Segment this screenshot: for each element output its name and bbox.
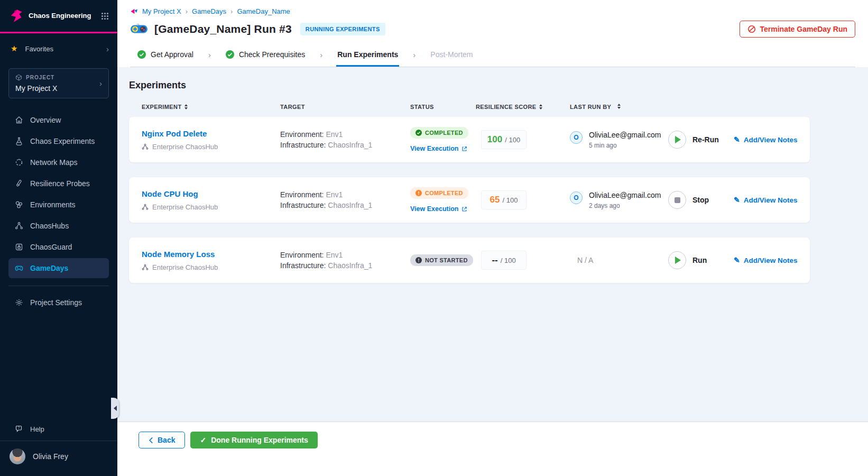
infrastructure-label: Infrastructure: xyxy=(280,201,326,209)
sidebar-divider xyxy=(8,286,109,286)
action-label[interactable]: Re-Run xyxy=(692,135,719,144)
sidebar-item-environments[interactable]: Environments xyxy=(8,195,109,215)
network-map-icon xyxy=(15,158,23,167)
breadcrumb-separator: › xyxy=(186,7,188,15)
run-button[interactable] xyxy=(668,251,686,269)
pencil-icon: ✎ xyxy=(734,135,740,144)
sidebar-favorites[interactable]: ★ Favorites › xyxy=(0,33,117,61)
view-execution-link[interactable]: View Execution xyxy=(410,145,476,152)
sidebar-header: Chaos Engineering xyxy=(0,0,117,33)
sidebar-item-label: ChaosHubs xyxy=(30,222,69,230)
status-badge: COMPLETED xyxy=(410,127,468,139)
action-label[interactable]: Stop xyxy=(692,196,709,204)
sidebar-item-label: ChaosGuard xyxy=(30,243,72,251)
app-grid-icon[interactable] xyxy=(101,12,109,20)
title-row: [GameDay_Name] Run #3 RUNNING EXPERIMENT… xyxy=(130,21,855,38)
sidebar-item-label: GameDays xyxy=(30,264,68,272)
infrastructure-label: Infrastructure: xyxy=(280,141,326,149)
page-header: My Project X › GameDays › GameDay_Name [… xyxy=(117,0,868,67)
rerun-button[interactable] xyxy=(668,131,686,149)
sort-icon[interactable] xyxy=(539,104,542,109)
infrastructure-value: ChaosInfra_1 xyxy=(328,261,372,270)
environment-label: Environment: xyxy=(280,251,324,259)
column-header-resilience-score[interactable]: RESILIENCE SCORE xyxy=(476,104,565,110)
check-circle-icon xyxy=(226,50,234,59)
play-icon xyxy=(675,257,681,264)
status-badge: COMPLETED xyxy=(410,187,468,199)
add-view-notes-link[interactable]: ✎ Add/View Notes xyxy=(734,135,810,144)
gamepad-icon xyxy=(15,264,23,272)
chevron-right-icon: › xyxy=(320,50,322,59)
experiment-name-link[interactable]: Node Memory Loss xyxy=(142,250,280,259)
chevron-right-icon: › xyxy=(413,50,415,59)
sidebar-item-network-maps[interactable]: Network Maps xyxy=(8,152,109,172)
infrastructure-label: Infrastructure: xyxy=(280,261,326,270)
user-profile[interactable]: Olivia Frey xyxy=(0,441,117,476)
add-view-notes-link[interactable]: ✎ Add/View Notes xyxy=(734,196,810,204)
runby-avatar: O xyxy=(570,191,583,204)
environment-label: Environment: xyxy=(280,190,324,199)
sidebar-item-label: Chaos Experiments xyxy=(30,137,95,145)
sort-icon[interactable] xyxy=(184,104,188,109)
sidebar-item-chaoshubs[interactable]: ChaosHubs xyxy=(8,216,109,236)
view-execution-link[interactable]: View Execution xyxy=(410,205,476,213)
terminate-gameday-button[interactable]: Terminate GameDay Run xyxy=(740,21,855,38)
chevron-right-icon: › xyxy=(99,79,102,87)
experiment-row[interactable]: Node Memory Loss Enterprise ChaosHub Env… xyxy=(129,237,810,283)
column-header-target: TARGET xyxy=(280,104,399,110)
environments-icon xyxy=(15,200,23,209)
step-run-experiments[interactable]: Run Experiments xyxy=(336,43,399,67)
experiment-name-link[interactable]: Nginx Pod Delete xyxy=(142,129,280,138)
step-post-mortem[interactable]: Post-Mortem xyxy=(429,43,474,67)
external-link-icon xyxy=(461,206,467,212)
sidebar-item-project-settings[interactable]: Project Settings xyxy=(8,292,109,313)
breadcrumb-link-project[interactable]: My Project X xyxy=(142,7,181,15)
sort-icon[interactable] xyxy=(617,104,621,109)
chaoshub-icon xyxy=(142,264,149,271)
action-label[interactable]: Run xyxy=(692,256,707,264)
column-header-status: STATUS xyxy=(399,104,476,110)
sidebar-item-gamedays[interactable]: GameDays xyxy=(8,258,109,278)
sidebar-item-label: Environments xyxy=(30,200,76,209)
score-value: 65 xyxy=(490,195,500,205)
runby-na: N / A xyxy=(570,256,593,264)
gear-icon xyxy=(15,298,23,307)
breadcrumb-link-gameday-name[interactable]: GameDay_Name xyxy=(237,7,290,15)
user-avatar xyxy=(10,448,25,464)
sidebar-help[interactable]: ? Help xyxy=(0,417,117,441)
column-header-last-run-by[interactable]: LAST RUN BY xyxy=(565,104,668,110)
step-get-approval[interactable]: Get Approval xyxy=(136,43,195,67)
back-button[interactable]: Back xyxy=(138,432,185,448)
sidebar-item-chaosguard[interactable]: ChaosGuard xyxy=(8,237,109,257)
check-circle-icon xyxy=(415,130,422,136)
breadcrumb-link-gamedays[interactable]: GameDays xyxy=(192,7,226,15)
table-header: EXPERIMENT TARGET STATUS RESILIENCE SCOR… xyxy=(129,104,810,110)
project-selector[interactable]: PROJECT My Project X › xyxy=(8,68,109,98)
add-view-notes-link[interactable]: ✎ Add/View Notes xyxy=(734,256,810,264)
chaos-engineering-logo-icon xyxy=(8,8,23,23)
experiment-row[interactable]: Node CPU Hog Enterprise ChaosHub Environ… xyxy=(129,177,810,223)
step-check-prerequisites[interactable]: Check Prerequisites xyxy=(225,43,306,67)
runby-email: OliviaLee@gmail.com xyxy=(589,191,661,199)
sidebar-item-overview[interactable]: Overview xyxy=(8,110,109,130)
star-icon: ★ xyxy=(11,44,17,53)
cube-icon xyxy=(15,74,22,81)
chevron-left-icon xyxy=(149,437,153,444)
environment-value: Env1 xyxy=(326,130,343,139)
sidebar-collapse-handle[interactable] xyxy=(111,398,119,419)
user-name: Olivia Frey xyxy=(33,452,68,461)
lock-shield-icon xyxy=(15,243,23,251)
runby-time: 2 days ago xyxy=(589,202,661,209)
score-max: / 100 xyxy=(501,257,516,264)
flask-icon xyxy=(15,137,23,145)
column-header-experiment[interactable]: EXPERIMENT xyxy=(129,104,280,110)
experiment-row[interactable]: Nginx Pod Delete Enterprise ChaosHub Env… xyxy=(129,117,810,162)
experiment-name-link[interactable]: Node CPU Hog xyxy=(142,189,280,198)
svg-text:?: ? xyxy=(17,426,20,429)
stop-button[interactable] xyxy=(668,191,686,209)
score-value: 100 xyxy=(487,134,502,145)
done-running-experiments-button[interactable]: ✓ Done Running Experiments xyxy=(190,432,317,448)
sidebar-item-chaos-experiments[interactable]: Chaos Experiments xyxy=(8,131,109,151)
project-label: PROJECT xyxy=(26,75,54,80)
sidebar-item-resilience-probes[interactable]: Resilience Probes xyxy=(8,173,109,194)
